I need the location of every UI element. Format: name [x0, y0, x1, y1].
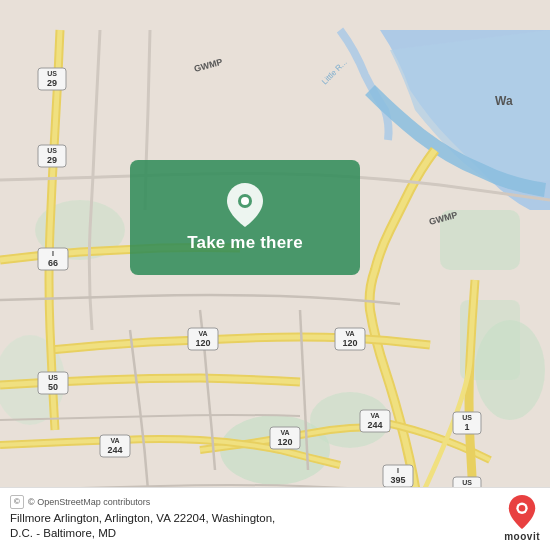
svg-text:VA: VA: [110, 437, 119, 444]
svg-text:US: US: [48, 374, 58, 381]
take-me-there-label: Take me there: [187, 233, 303, 253]
osm-attribution-text: © OpenStreetMap contributors: [28, 497, 150, 507]
svg-text:I: I: [397, 467, 399, 474]
svg-point-51: [241, 197, 249, 205]
svg-point-53: [519, 505, 526, 512]
svg-text:US: US: [462, 479, 472, 486]
bottom-bar: © © OpenStreetMap contributors Fillmore …: [0, 487, 550, 550]
svg-text:US: US: [47, 70, 57, 77]
svg-text:244: 244: [107, 445, 122, 455]
svg-text:29: 29: [47, 78, 57, 88]
moovit-pin-icon: [508, 495, 536, 529]
location-pin-icon: [227, 183, 263, 227]
address-line1: Fillmore Arlington, Arlington, VA 22204,…: [10, 512, 275, 524]
svg-text:29: 29: [47, 155, 57, 165]
svg-text:VA: VA: [345, 330, 354, 337]
address-text: Fillmore Arlington, Arlington, VA 22204,…: [10, 511, 275, 542]
svg-text:120: 120: [342, 338, 357, 348]
svg-text:395: 395: [390, 475, 405, 485]
take-me-there-button[interactable]: Take me there: [130, 160, 360, 275]
address-line2: D.C. - Baltimore, MD: [10, 527, 116, 539]
bottom-left-content: © © OpenStreetMap contributors Fillmore …: [10, 495, 275, 542]
svg-text:244: 244: [367, 420, 382, 430]
svg-text:VA: VA: [370, 412, 379, 419]
osm-logo: ©: [10, 495, 24, 509]
moovit-logo: moovit: [504, 495, 540, 542]
svg-text:Wa: Wa: [495, 94, 513, 108]
svg-text:66: 66: [48, 258, 58, 268]
svg-text:VA: VA: [280, 429, 289, 436]
svg-text:120: 120: [195, 338, 210, 348]
map-container: US 29 US 29 I 66 US 50 VA 120 VA 120 VA …: [0, 0, 550, 550]
svg-text:50: 50: [48, 382, 58, 392]
svg-text:120: 120: [277, 437, 292, 447]
svg-text:US: US: [462, 414, 472, 421]
svg-text:VA: VA: [198, 330, 207, 337]
map-background: US 29 US 29 I 66 US 50 VA 120 VA 120 VA …: [0, 0, 550, 550]
osm-attribution: © © OpenStreetMap contributors: [10, 495, 275, 509]
moovit-text: moovit: [504, 531, 540, 542]
svg-text:I: I: [52, 250, 54, 257]
svg-text:1: 1: [464, 422, 469, 432]
svg-text:US: US: [47, 147, 57, 154]
